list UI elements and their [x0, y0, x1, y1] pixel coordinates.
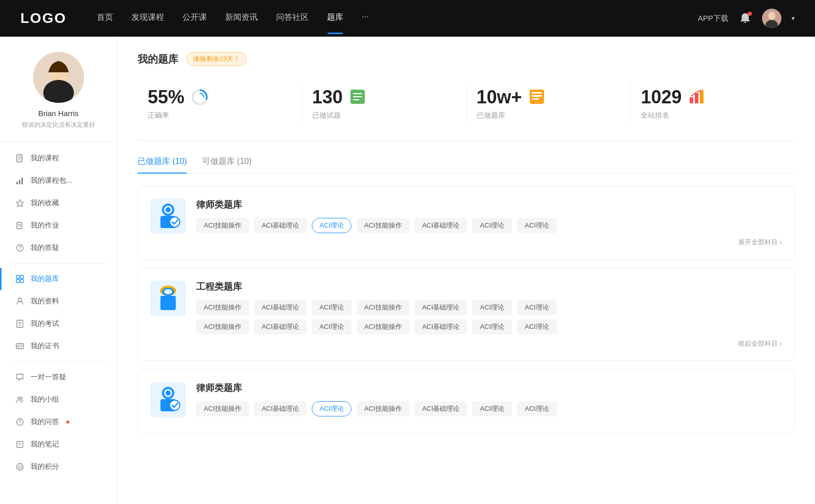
user-icon [15, 297, 24, 306]
sidebar-item-my-courses[interactable]: 我的课程 [0, 147, 117, 170]
eng-tag2-5[interactable]: ACI理论 [472, 319, 512, 334]
l2-tag-5[interactable]: ACI理论 [472, 401, 512, 416]
sidebar-label-profile: 我的资料 [31, 297, 59, 306]
qbank-icon-engineer [150, 281, 186, 316]
nav-link-discover[interactable]: 发现课程 [131, 12, 164, 25]
qbank-info-engineer: 工程类题库 ACI技能操作 ACI基础理论 ACI理论 ACI技能操作 ACI基… [196, 281, 782, 348]
eng-tag-3[interactable]: ACI技能操作 [357, 300, 410, 315]
svg-marker-13 [16, 200, 23, 207]
sidebar-item-notes[interactable]: 我的笔记 [0, 433, 117, 456]
qbank-info-lawyer-2: 律师类题库 ACI技能操作 ACI基础理论 ACI理论 ACI技能操作 ACI基… [196, 382, 782, 421]
qbank-tags-engineer-row2: ACI技能操作 ACI基础理论 ACI理论 ACI技能操作 ACI基础理论 AC… [196, 319, 782, 334]
sidebar-item-my-qa[interactable]: ? 我的问答 [0, 411, 117, 433]
eng-tag2-6[interactable]: ACI理论 [517, 319, 557, 334]
eng-tag-6[interactable]: ACI理论 [517, 300, 557, 315]
eng-tag-5[interactable]: ACI理论 [472, 300, 512, 315]
eng-tag-1[interactable]: ACI基础理论 [254, 300, 307, 315]
nav-link-more[interactable]: ··· [362, 12, 368, 25]
sidebar-item-homework[interactable]: 我的作业 [0, 214, 117, 237]
sidebar-item-certificate[interactable]: 我的证书 [0, 335, 117, 357]
sidebar-item-points[interactable]: 积 我的积分 [0, 456, 117, 478]
sidebar-item-qa[interactable]: ? 我的答疑 [0, 237, 117, 259]
svg-rect-51 [532, 98, 539, 100]
eng-tag-4[interactable]: ACI基础理论 [415, 300, 468, 315]
tag-2-active[interactable]: ACI理论 [312, 218, 351, 233]
eng-tag2-1[interactable]: ACI基础理论 [254, 319, 307, 334]
eng-tag-0[interactable]: ACI技能操作 [196, 300, 249, 315]
qbank-tags-lawyer-2: ACI技能操作 ACI基础理论 ACI理论 ACI技能操作 ACI基础理论 AC… [196, 401, 782, 416]
svg-rect-11 [19, 180, 20, 184]
eng-tag2-2[interactable]: ACI理论 [312, 319, 351, 334]
stat-ranking: 1029 全站排名 [631, 81, 795, 125]
page-header: 我的题库 体验剩余23天！ [138, 52, 795, 66]
user-dropdown-arrow[interactable]: ▾ [792, 15, 795, 22]
sidebar-label-question-bank: 我的题库 [31, 274, 59, 284]
tag-5[interactable]: ACI理论 [472, 218, 512, 233]
tag-0[interactable]: ACI技能操作 [196, 218, 249, 233]
app-download-button[interactable]: APP下载 [698, 14, 728, 23]
sidebar-label-my-qa: 我的问答 [31, 417, 59, 427]
svg-point-29 [17, 345, 19, 347]
stat-accuracy: 55% 正确率 [138, 81, 302, 125]
list-icon [349, 88, 367, 106]
eng-tag2-3[interactable]: ACI技能操作 [357, 319, 410, 334]
doc-icon [15, 319, 24, 328]
sidebar-label-certificate: 我的证书 [31, 342, 59, 351]
tab-done[interactable]: 已做题库 (10) [138, 156, 187, 173]
eng-tag-2[interactable]: ACI理论 [312, 300, 351, 315]
svg-rect-50 [532, 95, 542, 97]
nav-link-home[interactable]: 首页 [97, 12, 113, 25]
logo: LOGO [20, 10, 66, 26]
eng-tag2-0[interactable]: ACI技能操作 [196, 319, 249, 334]
tag-3[interactable]: ACI技能操作 [357, 218, 410, 233]
stat-done-banks-top: 10w+ [477, 87, 547, 108]
user-avatar[interactable] [762, 9, 781, 28]
grid-icon [15, 274, 24, 284]
svg-rect-20 [20, 275, 23, 278]
lawyer-icon-2 [155, 386, 181, 413]
sidebar-item-profile[interactable]: 我的资料 [0, 290, 117, 313]
notification-bell[interactable] [739, 12, 752, 25]
sidebar-item-favorites[interactable]: 我的收藏 [0, 192, 117, 214]
l2-tag-3[interactable]: ACI技能操作 [357, 401, 410, 416]
stat-ranking-value: 1029 [641, 87, 682, 108]
nav-link-questions[interactable]: 题库 [327, 12, 343, 25]
svg-point-1 [768, 12, 775, 20]
tag-1[interactable]: ACI基础理论 [254, 218, 307, 233]
collapse-btn-engineer[interactable]: 收起全部科目 › [738, 340, 782, 347]
engineer-icon [155, 285, 181, 312]
stat-done-questions-label: 已做试题 [312, 111, 341, 120]
sidebar-item-exam[interactable]: 我的考试 [0, 313, 117, 335]
eng-tag2-4[interactable]: ACI基础理论 [415, 319, 468, 334]
svg-rect-49 [532, 92, 542, 94]
sidebar-item-groups[interactable]: 我的小组 [0, 388, 117, 411]
l2-tag-2-active[interactable]: ACI理论 [312, 401, 351, 416]
svg-rect-54 [700, 90, 703, 103]
nav-link-news[interactable]: 新闻资讯 [225, 12, 258, 25]
page-title: 我的题库 [138, 52, 178, 66]
qbank-info-lawyer-1: 律师类题库 ACI技能操作 ACI基础理论 ACI理论 ACI技能操作 ACI基… [196, 199, 782, 247]
l2-tag-4[interactable]: ACI基础理论 [415, 401, 468, 416]
svg-text:?: ? [18, 245, 21, 251]
l2-tag-6[interactable]: ACI理论 [517, 401, 557, 416]
sidebar-item-one-on-one[interactable]: 一对一答疑 [0, 366, 117, 388]
nav-link-open-course[interactable]: 公开课 [182, 12, 207, 25]
tag-4[interactable]: ACI基础理论 [415, 218, 468, 233]
qbank-footer-lawyer-1: 展开全部科目 › [196, 237, 782, 247]
qbank-icon-lawyer-1 [150, 199, 186, 234]
sidebar-user-motto: 错误的决定比没有决定要好 [22, 121, 95, 129]
l2-tag-1[interactable]: ACI基础理论 [254, 401, 307, 416]
sidebar-item-course-package[interactable]: 我的课程包... [0, 170, 117, 192]
svg-text:积: 积 [18, 465, 22, 470]
tag-6[interactable]: ACI理论 [517, 218, 557, 233]
l2-tag-0[interactable]: ACI技能操作 [196, 401, 249, 416]
expand-btn-lawyer-1[interactable]: 展开全部科目 › [738, 238, 782, 246]
navbar: LOGO 首页 发现课程 公开课 新闻资讯 问答社区 题库 ··· APP下载 … [0, 0, 815, 37]
svg-point-32 [18, 397, 20, 400]
tab-available[interactable]: 可做题库 (10) [202, 156, 252, 173]
trial-badge: 体验剩余23天！ [186, 52, 247, 66]
nav-link-qa[interactable]: 问答社区 [276, 12, 309, 25]
svg-rect-10 [16, 182, 18, 184]
avatar-image [762, 9, 781, 28]
sidebar-item-question-bank[interactable]: 我的题库 [0, 268, 117, 290]
